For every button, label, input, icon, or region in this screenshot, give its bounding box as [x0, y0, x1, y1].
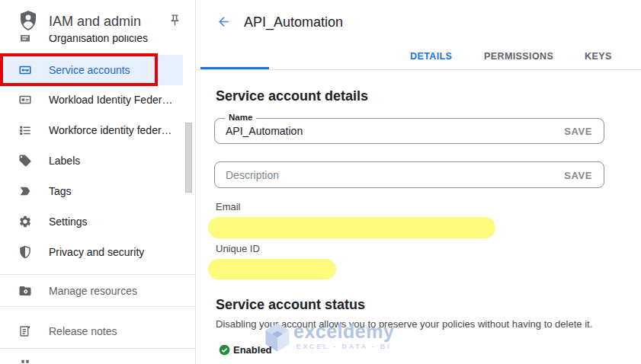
- sidebar: Organisation policies IAM and admin Serv…: [0, 0, 196, 364]
- status-description: Disabling your account allows you to pre…: [216, 318, 592, 330]
- sidebar-item-label: Labels: [49, 155, 80, 167]
- shield-icon: [18, 245, 32, 259]
- page-title: API_Automation: [244, 14, 343, 30]
- sidebar-item-label: Tags: [49, 185, 72, 197]
- sidebar-item-label: Workload Identity Federat...: [49, 94, 177, 106]
- sidebar-item-label: Privacy and security: [49, 246, 144, 258]
- sidebar-item-service-accounts[interactable]: Service accounts: [0, 55, 183, 85]
- sidebar-item-label: Release notes: [49, 325, 117, 337]
- back-button[interactable]: [216, 14, 231, 29]
- sidebar-scrollbar-thumb[interactable]: [185, 123, 192, 193]
- sidebar-header: IAM and admin: [0, 0, 195, 35]
- name-save-button[interactable]: SAVE: [564, 126, 592, 137]
- divider: [0, 348, 195, 349]
- gear-icon: [18, 215, 32, 228]
- tags-icon: [18, 184, 32, 198]
- workload-identity-icon: [18, 93, 32, 107]
- sidebar-item-settings[interactable]: Settings: [0, 206, 183, 237]
- sidebar-item-partial-bottom: [19, 358, 33, 364]
- tab-keys[interactable]: KEYS: [585, 51, 612, 62]
- iam-shield-person-icon: [19, 11, 37, 32]
- sidebar-title: IAM and admin: [49, 14, 141, 30]
- sidebar-item-workforce-identity-federation[interactable]: Workforce identity federat...: [0, 115, 183, 145]
- description-save-button[interactable]: SAVE: [564, 169, 592, 180]
- sidebar-item-workload-identity-federation[interactable]: Workload Identity Federat...: [0, 85, 183, 115]
- unique-id-label: Unique ID: [216, 243, 260, 254]
- watermark-tagline: EXCEL - DATA - BI: [293, 343, 394, 350]
- workforce-identity-icon: [18, 123, 32, 137]
- description-input[interactable]: [226, 162, 546, 187]
- tab-details[interactable]: DETAILS: [410, 51, 452, 62]
- sidebar-item-release-notes[interactable]: Release notes: [0, 316, 183, 346]
- sidebar-item-privacy-and-security[interactable]: Privacy and security: [0, 237, 183, 267]
- divider: [0, 306, 195, 307]
- sidebar-item-label: Manage resources: [49, 285, 137, 297]
- sidebar-item-label: Settings: [49, 216, 88, 228]
- divider: [0, 274, 195, 275]
- service-accounts-icon: [18, 63, 32, 77]
- release-notes-icon: [18, 324, 32, 338]
- sidebar-item-label: Workforce identity federat...: [49, 124, 177, 136]
- check-circle-icon: [219, 344, 230, 356]
- sidebar-item-manage-resources[interactable]: Manage resources: [0, 276, 183, 306]
- labels-icon: [18, 154, 32, 168]
- unique-id-redacted-highlight: [208, 259, 336, 279]
- status-badge: Enabled: [233, 344, 272, 356]
- sidebar-item-tags[interactable]: Tags: [0, 176, 183, 206]
- name-input[interactable]: [226, 119, 546, 143]
- divider: [196, 69, 641, 70]
- name-field: Name SAVE: [214, 118, 604, 144]
- tab-permissions[interactable]: PERMISSIONS: [484, 51, 553, 62]
- sidebar-item-label: Service accounts: [49, 64, 130, 76]
- email-label: Email: [216, 201, 241, 212]
- description-field: SAVE: [214, 161, 604, 188]
- sidebar-item-labels[interactable]: Labels: [0, 145, 183, 176]
- section-heading-details: Service account details: [216, 88, 368, 104]
- pin-icon[interactable]: [168, 14, 181, 27]
- tab-bar: DETAILS PERMISSIONS KEYS METRICS LOGS: [196, 40, 641, 69]
- folder-gear-icon: [18, 284, 32, 298]
- screen: Organisation policies IAM and admin Serv…: [0, 0, 641, 364]
- status-enabled-row: Enabled: [219, 344, 272, 356]
- section-heading-status: Service account status: [216, 297, 365, 313]
- email-redacted-highlight: [208, 217, 495, 238]
